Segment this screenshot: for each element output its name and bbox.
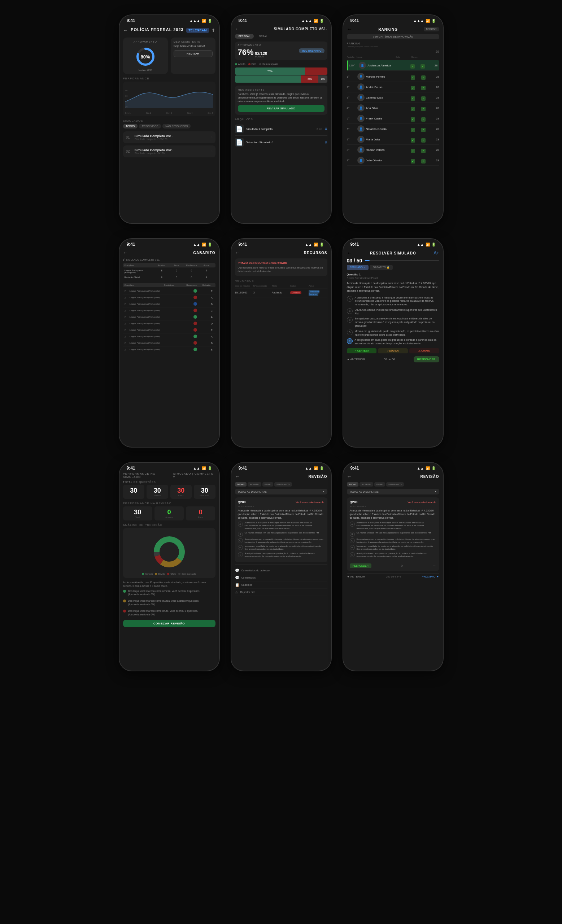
svg-text:60: 60 bbox=[125, 95, 127, 97]
q-col-resp: Respostas bbox=[184, 284, 199, 286]
comecar-revisao-button[interactable]: COMEÇAR REVISÃO bbox=[123, 620, 216, 627]
tab-pessoal[interactable]: PESSOAL bbox=[235, 34, 254, 39]
simulado-item-1[interactable]: 01 Simulado Completo Vs1. Simulado compl… bbox=[123, 131, 216, 143]
ranking-label: RANKING bbox=[347, 42, 439, 45]
legend-sem: Sem resposta bbox=[262, 63, 278, 65]
rev-opcao-d[interactable]: D Mesmo em igualdade de posto ou graduaç… bbox=[238, 545, 325, 551]
share-icon[interactable]: ⬆ bbox=[211, 28, 215, 33]
back-arrow-8[interactable]: ← bbox=[235, 474, 240, 479]
opcao-b[interactable]: B Os Alunos-Oficiais PM são hierarquicam… bbox=[347, 308, 439, 315]
rev2-opcao-d[interactable]: D Mesmo em igualdade de posto ou graduaç… bbox=[350, 545, 436, 551]
comment-icon: 💬 bbox=[235, 576, 239, 580]
rev2-tab-acertei[interactable]: ACERTEI bbox=[360, 482, 373, 486]
responder-button-9[interactable]: RESPONDER bbox=[350, 563, 372, 568]
rev-tab-errei[interactable]: ERREI bbox=[262, 482, 273, 486]
anterior-button[interactable]: ◄ ANTERIOR bbox=[347, 358, 365, 361]
rev-tab-branco[interactable]: EM BRANCO bbox=[274, 482, 292, 486]
personal-tabs[interactable]: PESSOAL GERAL bbox=[235, 34, 327, 39]
duvida-button[interactable]: ? DÚVIDA bbox=[378, 348, 408, 353]
rev2-opcao-e[interactable]: E A antiguidade em cada posto ou graduaç… bbox=[350, 552, 436, 558]
q-row-3: 2 Língua Portuguesa (Português) B bbox=[123, 301, 216, 308]
nav-rev-2[interactable]: ◄ ANTERIOR 200 de 4.444 PRÓXIMO ► bbox=[347, 573, 439, 578]
opcao-letra-d: D bbox=[347, 330, 353, 335]
nav-buttons[interactable]: ◄ ANTERIOR 50 de 50 RESPONDER bbox=[347, 356, 439, 362]
rev2-tab-branco[interactable]: EM BRANCO bbox=[386, 482, 403, 486]
rev2-opcao-c[interactable]: C Em qualquer caso, a precedência entre … bbox=[350, 538, 436, 544]
rank-pos-7: 7° bbox=[347, 138, 357, 141]
visualizar-recurso-button[interactable]: Visualizar Recurso bbox=[309, 290, 319, 296]
phone1-title: POLÍCIA FEDERAL 2023 bbox=[131, 26, 184, 34]
rev2-opcao-b[interactable]: B Os Alunos-Oficiais PM são hierarquicam… bbox=[350, 532, 436, 537]
todas-disc-button-2[interactable]: TODAS AS DISCIPLINAS ▾ bbox=[347, 489, 439, 495]
rev2-tab-errei[interactable]: ERREI bbox=[374, 482, 385, 486]
revisar-button[interactable]: REVISAR bbox=[174, 50, 213, 57]
revisao-tabs-1[interactable]: TODAS ACERTEI ERREI EM BRANCO bbox=[235, 482, 327, 486]
rev2-tab-todas[interactable]: TODAS bbox=[347, 482, 359, 486]
tab-gabarito[interactable]: GABARITO 🔒 bbox=[370, 265, 393, 270]
signal-icon-2: ▲▲▲ bbox=[301, 19, 312, 23]
back-arrow-2[interactable]: ← bbox=[235, 26, 240, 32]
chute-button[interactable]: ⚠ CHUTE bbox=[409, 348, 439, 353]
tab-todos[interactable]: TODOS bbox=[123, 124, 138, 129]
tab-nao-resolvidos[interactable]: NÃO RESOLVIDOS bbox=[162, 124, 190, 129]
rev-action-comentarios[interactable]: 💬 Comentários bbox=[235, 574, 327, 582]
ranking-row-5: 5° 👤 Frank Castle ✓ ✓ 28 bbox=[347, 113, 439, 124]
battery-icon-2: 🔋 bbox=[319, 19, 324, 23]
certeza-button[interactable]: ✓ CERTEZA bbox=[347, 348, 377, 353]
tab-geral[interactable]: GERAL bbox=[255, 34, 271, 39]
back-arrow-6[interactable]: ← bbox=[347, 250, 353, 256]
close-icon-9[interactable]: ✕ bbox=[401, 564, 403, 568]
rec-acao-1[interactable]: Visualizar Recurso bbox=[309, 290, 327, 295]
answer-actions[interactable]: ✓ CERTEZA ? DÚVIDA ⚠ CHUTE bbox=[347, 348, 439, 353]
rev-action-cadernos[interactable]: 📋 Cadernos bbox=[235, 582, 327, 589]
q-col-gab: Gabarito bbox=[199, 284, 214, 286]
simulado-item-2[interactable]: 02 Simulado Completo Vs2. Simulado compl… bbox=[123, 146, 216, 158]
criterios-button[interactable]: VER CRITÉRIOS DE APROVAÇÃO bbox=[347, 34, 439, 39]
nav-center: 50 de 50 bbox=[384, 358, 395, 361]
back-arrow-1[interactable]: ← bbox=[123, 27, 128, 33]
download-button-1[interactable]: ⬇ bbox=[325, 127, 327, 131]
q-gab-2: A bbox=[210, 296, 214, 299]
rev-opcao-a[interactable]: A A disciplina e o respeito à hierarquia… bbox=[238, 522, 325, 530]
opcao-d[interactable]: D Mesmo em igualdade de posto ou graduaç… bbox=[347, 330, 439, 337]
rev2-opcao-a[interactable]: A A disciplina e o respeito à hierarquia… bbox=[350, 522, 436, 530]
arquivo-item-1: 📄 Simulado 1 completo 6 mb ⬇ bbox=[235, 122, 327, 136]
revisao-tabs-2[interactable]: TODAS ACERTEI ERREI EM BRANCO bbox=[347, 482, 439, 486]
revisar-simulado-button[interactable]: REVISAR SIMULADO bbox=[238, 105, 325, 112]
responder-button[interactable]: RESPONDER bbox=[414, 356, 439, 362]
back-arrow-9[interactable]: ← bbox=[347, 474, 352, 479]
opcao-c[interactable]: C Em qualquer caso, a precedência entre … bbox=[347, 317, 439, 327]
back-arrow-3[interactable]: ← bbox=[347, 26, 353, 33]
rev-action-comentarios-prof[interactable]: 💬 Comentários do professor bbox=[235, 567, 327, 574]
proximo-button-9[interactable]: PRÓXIMO ► bbox=[422, 575, 439, 578]
tab-resolvidos[interactable]: RESOLVIDOS bbox=[139, 124, 161, 129]
rev-action-reportar[interactable]: ⚠ Reportar erro bbox=[235, 589, 327, 596]
meu-gabarito-button[interactable]: MEU GABARITO bbox=[299, 48, 325, 53]
todos-filter[interactable]: TODOS ▾ bbox=[424, 27, 439, 32]
rec-row-1: 19/12/2023 3 Anulação Deferido Visualiza… bbox=[235, 288, 327, 297]
tab-simulado[interactable]: SIMULADO ✓ bbox=[347, 265, 369, 270]
opcao-a[interactable]: A A disciplina e o respeito à hierarquia… bbox=[347, 296, 439, 306]
chevron-1: › bbox=[211, 135, 212, 140]
todas-disc-button[interactable]: TODAS AS DISCIPLINAS ▾ bbox=[235, 489, 327, 495]
simulado-sub-1: Simulado completo • 100/120 bbox=[135, 138, 209, 140]
back-arrow-4[interactable]: ← bbox=[123, 250, 128, 255]
rev-tab-acertei[interactable]: ACERTEI bbox=[247, 482, 261, 486]
rev-opcao-b[interactable]: B Os Alunos-Oficiais PM são hierarquicam… bbox=[238, 532, 325, 537]
rank-avatar-6: 👤 bbox=[357, 125, 364, 132]
sim-gab-tabs[interactable]: SIMULADO ✓ GABARITO 🔒 bbox=[347, 265, 439, 270]
rev-tab-todas[interactable]: TODAS bbox=[235, 482, 247, 486]
rev-opcao-c[interactable]: C Em qualquer caso, a precedência entre … bbox=[238, 538, 325, 544]
options-icon-9[interactable]: ⋯ bbox=[433, 564, 436, 568]
font-size-button[interactable]: A+ bbox=[433, 250, 439, 255]
rank-pos-4: 4° bbox=[347, 106, 357, 110]
anterior-button-9[interactable]: ◄ ANTERIOR bbox=[347, 575, 365, 578]
rank-icon-7: ✓ bbox=[411, 138, 415, 142]
simulados-tabs[interactable]: TODOS RESOLVIDOS NÃO RESOLVIDOS bbox=[123, 124, 216, 129]
opcao-e[interactable]: E A antiguidade em cada posto ou graduaç… bbox=[347, 338, 439, 345]
q-gab-3: B bbox=[210, 303, 214, 305]
download-button-2[interactable]: ⬇ bbox=[325, 140, 327, 144]
opcao-text-a: A disciplina e o respeito à hierarquia d… bbox=[355, 296, 439, 306]
rev-opcao-e[interactable]: E A antiguidade em cada posto ou graduaç… bbox=[238, 552, 325, 558]
back-arrow-5[interactable]: ← bbox=[235, 250, 240, 255]
